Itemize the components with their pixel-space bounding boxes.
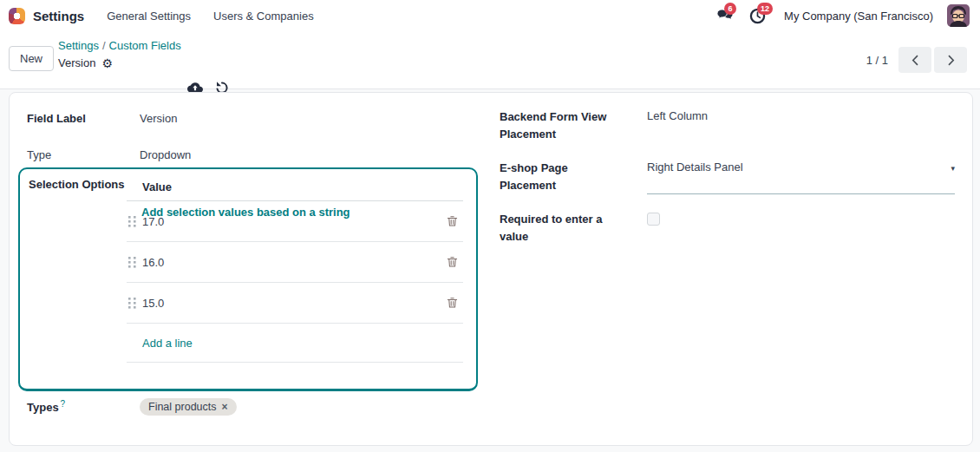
avatar-image bbox=[947, 4, 970, 27]
required-field-label: Required to enter a value bbox=[500, 211, 647, 246]
required-field-row: Required to enter a value bbox=[500, 211, 972, 246]
selection-row[interactable]: 17.0 bbox=[127, 201, 463, 242]
app-menu-toggle[interactable]: Settings bbox=[33, 9, 84, 23]
odoo-logo-icon bbox=[9, 8, 25, 24]
control-panel: New Settings/Custom Fields Version ⚙ 1 /… bbox=[0, 31, 980, 89]
breadcrumb-settings-link[interactable]: Settings bbox=[58, 39, 99, 52]
types-row: Types? Final products × bbox=[27, 398, 237, 416]
selection-value-cell[interactable]: 15.0 bbox=[142, 297, 441, 310]
type-row: Type Dropdown bbox=[27, 148, 191, 161]
delete-row-icon[interactable] bbox=[441, 297, 463, 309]
eshop-placement-selected-value: Right Details Panel bbox=[647, 160, 743, 174]
selection-options-table: Value 17.0 16.0 bbox=[127, 173, 463, 363]
user-avatar[interactable] bbox=[947, 4, 970, 27]
breadcrumb-separator: / bbox=[99, 39, 109, 52]
field-label-row: Field Label Version bbox=[27, 112, 177, 125]
selection-value-cell[interactable]: 17.0 bbox=[142, 215, 441, 228]
types-tag: Final products × bbox=[140, 398, 237, 416]
selection-row[interactable]: 16.0 bbox=[127, 242, 463, 283]
breadcrumb: Settings/Custom Fields Version ⚙ bbox=[58, 38, 181, 71]
messages-count-badge: 6 bbox=[724, 3, 736, 15]
selection-row[interactable]: 15.0 bbox=[127, 283, 463, 324]
eshop-placement-select[interactable]: Right Details Panel ▾ bbox=[647, 160, 955, 194]
pager-previous-button[interactable] bbox=[898, 47, 931, 73]
delete-row-icon[interactable] bbox=[441, 215, 463, 227]
eshop-placement-label: E-shop Page Placement bbox=[500, 160, 647, 194]
form-view: Field Label Version Type Dropdown Select… bbox=[0, 89, 980, 452]
type-label: Type bbox=[27, 148, 140, 161]
type-select[interactable]: Dropdown bbox=[140, 148, 191, 161]
form-sheet: Field Label Version Type Dropdown Select… bbox=[9, 92, 973, 446]
add-a-line-link[interactable]: Add a line bbox=[127, 324, 463, 363]
app-menu: General Settings Users & Companies bbox=[107, 10, 313, 23]
selection-value-cell[interactable]: 16.0 bbox=[142, 256, 441, 269]
tag-label: Final products bbox=[148, 401, 217, 413]
selection-options-field: Selection Options Value 17.0 16 bbox=[18, 167, 478, 391]
drag-handle-icon[interactable] bbox=[127, 216, 142, 227]
top-nav-bar: Settings General Settings Users & Compan… bbox=[0, 0, 980, 31]
value-column-header: Value bbox=[127, 173, 463, 201]
required-checkbox[interactable] bbox=[647, 213, 660, 226]
chevron-left-icon bbox=[911, 55, 919, 66]
types-label: Types bbox=[27, 402, 59, 415]
menu-users-companies[interactable]: Users & Companies bbox=[213, 10, 314, 23]
menu-general-settings[interactable]: General Settings bbox=[107, 10, 191, 23]
eshop-placement-row: E-shop Page Placement Right Details Pane… bbox=[500, 160, 972, 194]
messages-icon[interactable]: 6 bbox=[715, 7, 734, 24]
field-label-label: Field Label bbox=[27, 112, 140, 125]
caret-down-icon: ▾ bbox=[951, 164, 955, 173]
activities-icon[interactable]: 12 bbox=[748, 7, 767, 24]
record-title: Version bbox=[58, 56, 95, 71]
pager: 1 / 1 bbox=[866, 47, 967, 73]
new-button[interactable]: New bbox=[9, 46, 54, 71]
breadcrumb-custom-fields-link[interactable]: Custom Fields bbox=[109, 39, 181, 52]
delete-row-icon[interactable] bbox=[441, 256, 463, 268]
drag-handle-icon[interactable] bbox=[127, 298, 142, 309]
form-right-column: Backend Form View Placement Left Column … bbox=[500, 108, 972, 262]
backend-placement-value: Left Column bbox=[647, 108, 708, 143]
help-icon[interactable]: ? bbox=[61, 399, 66, 409]
chevron-right-icon bbox=[947, 55, 955, 66]
company-switcher[interactable]: My Company (San Francisco) bbox=[784, 10, 933, 23]
backend-placement-row: Backend Form View Placement Left Column bbox=[500, 108, 972, 143]
systray: 6 12 My Company (San Francisco) bbox=[715, 4, 970, 27]
activities-count-badge: 12 bbox=[757, 3, 773, 15]
pager-next-button[interactable] bbox=[934, 47, 967, 73]
tag-remove-icon[interactable]: × bbox=[222, 401, 228, 413]
gear-icon[interactable]: ⚙ bbox=[101, 57, 113, 69]
field-label-input[interactable]: Version bbox=[140, 112, 177, 125]
pager-value[interactable]: 1 / 1 bbox=[866, 54, 888, 67]
backend-placement-label: Backend Form View Placement bbox=[500, 108, 647, 143]
drag-handle-icon[interactable] bbox=[127, 257, 142, 268]
